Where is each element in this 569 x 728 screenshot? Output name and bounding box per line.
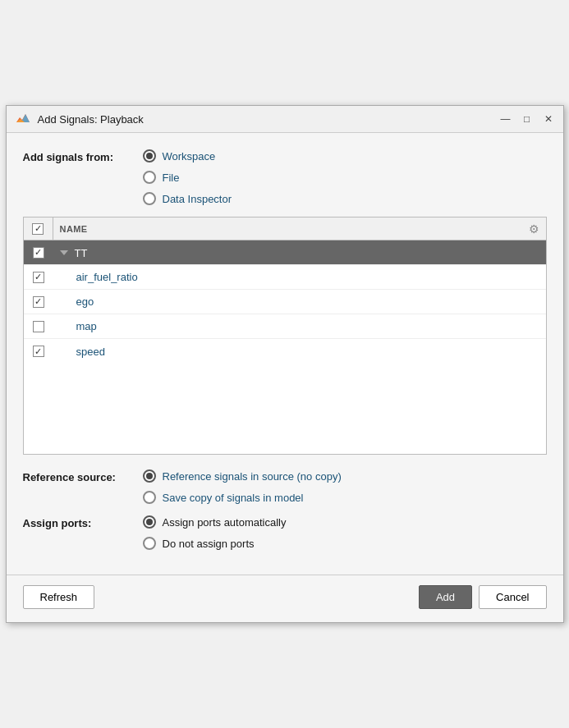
table-rows: TT air_fuel_ratio ego [24, 240, 546, 454]
titlebar: Add Signals: Playback — □ ✕ [7, 106, 563, 133]
table-row[interactable]: map [24, 314, 546, 339]
radio-save-copy-circle[interactable] [143, 491, 156, 504]
expand-tt[interactable]: TT [60, 247, 88, 259]
table-row[interactable]: TT [24, 240, 546, 265]
table-empty-space [24, 364, 546, 454]
expand-arrow-icon [60, 250, 68, 255]
reference-source-radio-group: Reference signals in source (no copy) Sa… [143, 469, 342, 504]
radio-save-copy-label: Save copy of signals in model [163, 492, 304, 504]
row-checkbox-cell-tt[interactable] [24, 247, 53, 259]
add-signals-label: Add signals from: [23, 149, 130, 163]
maximize-button[interactable]: □ [521, 112, 534, 126]
radio-auto-assign-label: Assign ports automatically [163, 516, 287, 529]
row-name-afr: air_fuel_ratio [53, 271, 546, 283]
row-checkbox-afr[interactable] [33, 272, 44, 283]
radio-reference[interactable]: Reference signals in source (no copy) [143, 469, 342, 483]
main-window: Add Signals: Playback — □ ✕ Add signals … [6, 105, 564, 623]
radio-workspace[interactable]: Workspace [143, 149, 232, 163]
window-title: Add Signals: Playback [38, 113, 493, 126]
radio-workspace-circle[interactable] [143, 149, 156, 163]
radio-file[interactable]: File [143, 171, 232, 184]
table-row[interactable]: speed [24, 339, 546, 364]
add-button[interactable]: Add [419, 585, 472, 609]
row-checkbox-map[interactable] [33, 321, 44, 332]
refresh-button[interactable]: Refresh [23, 585, 95, 609]
row-checkbox-cell-map[interactable] [24, 321, 53, 332]
radio-reference-label: Reference signals in source (no copy) [163, 470, 342, 483]
radio-file-circle[interactable] [143, 171, 156, 184]
table-header: NAME ⚙ [24, 217, 546, 240]
radio-save-copy[interactable]: Save copy of signals in model [143, 491, 342, 504]
row-name-ego: ego [53, 295, 546, 308]
row-name-speed: speed [53, 346, 546, 358]
row-checkbox-ego[interactable] [33, 296, 44, 308]
reference-source-label: Reference source: [23, 469, 130, 483]
assign-ports-label: Assign ports: [23, 515, 130, 529]
radio-data-inspector-label: Data Inspector [163, 193, 232, 205]
radio-file-label: File [163, 172, 180, 184]
row-checkbox-speed[interactable] [33, 346, 44, 357]
window-controls: — □ ✕ [499, 112, 555, 126]
assign-ports-radio-group: Assign ports automatically Do not assign… [143, 515, 287, 550]
footer-left: Refresh [23, 585, 412, 609]
row-name-map: map [53, 320, 546, 332]
header-checkbox[interactable] [32, 223, 44, 235]
radio-no-assign-label: Do not assign ports [163, 538, 255, 550]
radio-data-inspector-circle[interactable] [143, 192, 156, 205]
dialog-content: Add signals from: Workspace File Data In… [7, 133, 563, 575]
header-checkbox-cell[interactable] [24, 217, 53, 240]
radio-no-assign-circle[interactable] [143, 537, 156, 550]
row-checkbox-cell-speed[interactable] [24, 346, 53, 357]
reference-source-section: Reference source: Reference signals in s… [23, 469, 547, 504]
assign-ports-section: Assign ports: Assign ports automatically… [23, 515, 547, 550]
add-signals-section: Add signals from: Workspace File Data In… [23, 149, 547, 205]
close-button[interactable]: ✕ [542, 112, 555, 126]
gear-icon[interactable]: ⚙ [523, 222, 546, 236]
radio-auto-assign[interactable]: Assign ports automatically [143, 515, 287, 529]
dialog-footer: Refresh Add Cancel [7, 575, 563, 622]
signal-table: NAME ⚙ TT [23, 217, 547, 455]
radio-workspace-label: Workspace [163, 150, 216, 163]
row-checkbox-cell-ego[interactable] [24, 296, 53, 308]
minimize-button[interactable]: — [499, 112, 512, 126]
table-row[interactable]: air_fuel_ratio [24, 265, 546, 290]
row-checkbox-cell-afr[interactable] [24, 272, 53, 283]
radio-auto-assign-circle[interactable] [143, 515, 156, 529]
radio-no-assign[interactable]: Do not assign ports [143, 537, 287, 550]
matlab-logo [15, 111, 31, 127]
row-name-tt: TT [53, 245, 546, 259]
table-row[interactable]: ego [24, 290, 546, 314]
radio-data-inspector[interactable]: Data Inspector [143, 192, 232, 205]
column-name-header: NAME [53, 224, 523, 234]
add-signals-radio-group: Workspace File Data Inspector [143, 149, 232, 205]
radio-reference-circle[interactable] [143, 469, 156, 483]
cancel-button[interactable]: Cancel [479, 585, 546, 609]
row-checkbox-tt[interactable] [33, 247, 44, 259]
